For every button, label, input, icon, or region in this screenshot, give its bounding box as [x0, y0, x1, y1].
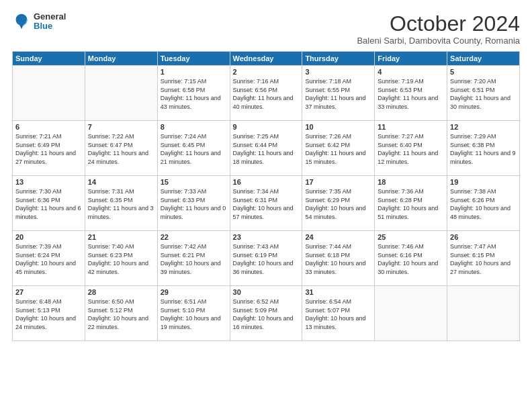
calendar-cell: 1Sunrise: 7:15 AMSunset: 6:58 PMDaylight… — [157, 66, 230, 121]
day-number: 31 — [305, 288, 371, 296]
day-number: 28 — [88, 288, 154, 296]
day-number: 26 — [450, 233, 517, 241]
day-info: Sunrise: 6:52 AMSunset: 5:09 PMDaylight:… — [233, 298, 300, 331]
calendar-week-3: 13Sunrise: 7:30 AMSunset: 6:36 PMDayligh… — [13, 176, 520, 231]
day-info: Sunrise: 6:51 AMSunset: 5:10 PMDaylight:… — [161, 298, 227, 331]
calendar-cell — [13, 66, 85, 121]
calendar-cell — [85, 66, 157, 121]
day-info: Sunrise: 7:24 AMSunset: 6:45 PMDaylight:… — [161, 132, 227, 166]
calendar-cell: 12Sunrise: 7:29 AMSunset: 6:38 PMDayligh… — [447, 121, 520, 176]
day-number: 22 — [161, 233, 227, 241]
day-info: Sunrise: 7:27 AMSunset: 6:40 PMDaylight:… — [378, 132, 444, 166]
day-info: Sunrise: 7:33 AMSunset: 6:33 PMDaylight:… — [161, 187, 227, 221]
day-info: Sunrise: 7:35 AMSunset: 6:29 PMDaylight:… — [305, 187, 371, 221]
column-header-saturday: Saturday — [447, 52, 520, 66]
day-info: Sunrise: 7:39 AMSunset: 6:24 PMDaylight:… — [15, 242, 82, 276]
calendar-cell — [447, 286, 520, 341]
calendar-cell: 8Sunrise: 7:24 AMSunset: 6:45 PMDaylight… — [157, 121, 230, 176]
calendar-cell: 28Sunrise: 6:50 AMSunset: 5:12 PMDayligh… — [85, 286, 157, 341]
day-number: 2 — [233, 68, 300, 76]
day-info: Sunrise: 7:47 AMSunset: 6:15 PMDaylight:… — [450, 242, 517, 276]
day-number: 24 — [305, 233, 371, 241]
day-number: 11 — [378, 123, 444, 131]
day-number: 13 — [15, 178, 82, 186]
day-number: 25 — [378, 233, 444, 241]
calendar-cell: 11Sunrise: 7:27 AMSunset: 6:40 PMDayligh… — [375, 121, 447, 176]
page: General Blue October 2024 Baleni Sarbi, … — [0, 0, 532, 411]
day-info: Sunrise: 7:22 AMSunset: 6:47 PMDaylight:… — [88, 132, 154, 166]
calendar-cell: 5Sunrise: 7:20 AMSunset: 6:51 PMDaylight… — [447, 66, 520, 121]
calendar-cell: 13Sunrise: 7:30 AMSunset: 6:36 PMDayligh… — [13, 176, 85, 231]
day-info: Sunrise: 7:42 AMSunset: 6:21 PMDaylight:… — [161, 242, 227, 276]
logo: General Blue — [12, 12, 66, 32]
calendar-cell: 17Sunrise: 7:35 AMSunset: 6:29 PMDayligh… — [302, 176, 375, 231]
day-number: 21 — [88, 233, 154, 241]
calendar-cell: 15Sunrise: 7:33 AMSunset: 6:33 PMDayligh… — [157, 176, 230, 231]
day-number: 27 — [15, 288, 82, 296]
day-number: 5 — [450, 68, 517, 76]
calendar-cell — [375, 286, 447, 341]
calendar-cell: 20Sunrise: 7:39 AMSunset: 6:24 PMDayligh… — [13, 231, 85, 286]
calendar-cell: 24Sunrise: 7:44 AMSunset: 6:18 PMDayligh… — [302, 231, 375, 286]
day-info: Sunrise: 7:19 AMSunset: 6:53 PMDaylight:… — [378, 77, 444, 111]
calendar-cell: 7Sunrise: 7:22 AMSunset: 6:47 PMDaylight… — [85, 121, 157, 176]
day-info: Sunrise: 7:30 AMSunset: 6:36 PMDaylight:… — [15, 187, 82, 221]
day-info: Sunrise: 6:54 AMSunset: 5:07 PMDaylight:… — [305, 298, 371, 331]
calendar-cell: 30Sunrise: 6:52 AMSunset: 5:09 PMDayligh… — [230, 286, 302, 341]
calendar-cell: 27Sunrise: 6:48 AMSunset: 5:13 PMDayligh… — [13, 286, 85, 341]
subtitle: Baleni Sarbi, Dambovita County, Romania — [357, 36, 520, 46]
day-info: Sunrise: 7:21 AMSunset: 6:49 PMDaylight:… — [15, 132, 82, 166]
day-info: Sunrise: 6:50 AMSunset: 5:12 PMDaylight:… — [88, 298, 154, 331]
calendar-week-1: 1Sunrise: 7:15 AMSunset: 6:58 PMDaylight… — [13, 66, 520, 121]
day-info: Sunrise: 7:20 AMSunset: 6:51 PMDaylight:… — [450, 77, 517, 111]
logo-icon — [12, 12, 31, 31]
day-info: Sunrise: 7:44 AMSunset: 6:18 PMDaylight:… — [305, 242, 371, 276]
calendar-cell: 29Sunrise: 6:51 AMSunset: 5:10 PMDayligh… — [157, 286, 230, 341]
day-info: Sunrise: 7:18 AMSunset: 6:55 PMDaylight:… — [305, 77, 371, 111]
day-number: 29 — [161, 288, 227, 296]
calendar-cell: 23Sunrise: 7:43 AMSunset: 6:19 PMDayligh… — [230, 231, 302, 286]
day-info: Sunrise: 7:16 AMSunset: 6:56 PMDaylight:… — [233, 77, 300, 111]
logo-general-text: General — [34, 12, 66, 21]
calendar-cell: 19Sunrise: 7:38 AMSunset: 6:26 PMDayligh… — [447, 176, 520, 231]
day-info: Sunrise: 7:15 AMSunset: 6:58 PMDaylight:… — [161, 77, 227, 111]
day-number: 16 — [233, 178, 300, 186]
day-info: Sunrise: 7:36 AMSunset: 6:28 PMDaylight:… — [378, 187, 444, 221]
calendar-cell: 2Sunrise: 7:16 AMSunset: 6:56 PMDaylight… — [230, 66, 302, 121]
day-info: Sunrise: 7:43 AMSunset: 6:19 PMDaylight:… — [233, 242, 300, 276]
column-header-monday: Monday — [85, 52, 157, 66]
calendar-week-2: 6Sunrise: 7:21 AMSunset: 6:49 PMDaylight… — [13, 121, 520, 176]
column-header-friday: Friday — [375, 52, 447, 66]
day-number: 3 — [305, 68, 371, 76]
day-number: 6 — [15, 123, 82, 131]
day-number: 10 — [305, 123, 371, 131]
day-number: 23 — [233, 233, 300, 241]
calendar-cell: 21Sunrise: 7:40 AMSunset: 6:23 PMDayligh… — [85, 231, 157, 286]
logo-blue-text: Blue — [34, 21, 66, 31]
calendar-cell: 22Sunrise: 7:42 AMSunset: 6:21 PMDayligh… — [157, 231, 230, 286]
calendar-cell: 10Sunrise: 7:26 AMSunset: 6:42 PMDayligh… — [302, 121, 375, 176]
day-number: 18 — [378, 178, 444, 186]
header: General Blue October 2024 Baleni Sarbi, … — [12, 12, 520, 46]
day-info: Sunrise: 7:38 AMSunset: 6:26 PMDaylight:… — [450, 187, 517, 221]
day-number: 30 — [233, 288, 300, 296]
day-info: Sunrise: 6:48 AMSunset: 5:13 PMDaylight:… — [15, 298, 82, 331]
day-number: 12 — [450, 123, 517, 131]
column-header-tuesday: Tuesday — [157, 52, 230, 66]
day-number: 20 — [15, 233, 82, 241]
calendar-week-5: 27Sunrise: 6:48 AMSunset: 5:13 PMDayligh… — [13, 286, 520, 341]
column-header-sunday: Sunday — [13, 52, 85, 66]
day-number: 19 — [450, 178, 517, 186]
calendar-cell: 26Sunrise: 7:47 AMSunset: 6:15 PMDayligh… — [447, 231, 520, 286]
day-info: Sunrise: 7:25 AMSunset: 6:44 PMDaylight:… — [233, 132, 300, 166]
calendar-cell: 14Sunrise: 7:31 AMSunset: 6:35 PMDayligh… — [85, 176, 157, 231]
day-info: Sunrise: 7:31 AMSunset: 6:35 PMDaylight:… — [88, 187, 154, 221]
calendar-cell: 16Sunrise: 7:34 AMSunset: 6:31 PMDayligh… — [230, 176, 302, 231]
day-number: 15 — [161, 178, 227, 186]
calendar-cell: 18Sunrise: 7:36 AMSunset: 6:28 PMDayligh… — [375, 176, 447, 231]
day-number: 7 — [88, 123, 154, 131]
day-number: 4 — [378, 68, 444, 76]
day-number: 17 — [305, 178, 371, 186]
calendar-week-4: 20Sunrise: 7:39 AMSunset: 6:24 PMDayligh… — [13, 231, 520, 286]
column-header-wednesday: Wednesday — [230, 52, 302, 66]
